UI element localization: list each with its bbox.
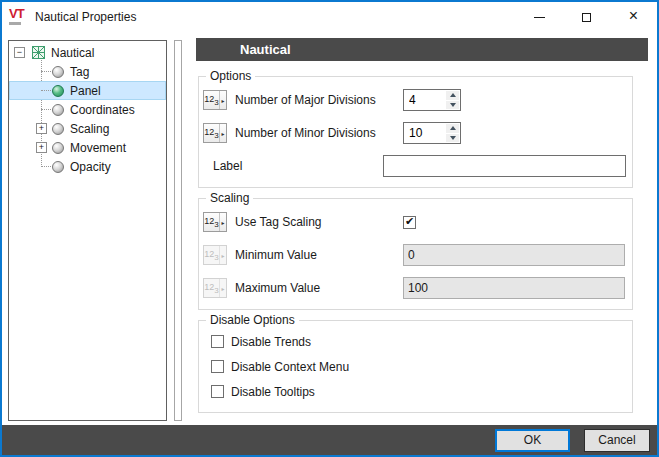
panel-splitter[interactable] [174,40,182,421]
use-tag-scaling-checkbox[interactable]: ✔ [403,216,416,229]
spinner-down-icon [450,103,456,107]
cancel-button[interactable]: Cancel [584,429,650,452]
scaling-group-title: Scaling [206,191,253,205]
expand-icon[interactable]: + [36,142,47,153]
nautical-properties-dialog: VT Nautical Properties × − Nautical [0,0,659,457]
disable-trends-checkbox[interactable] [211,335,224,348]
numeric-icon: 123 [204,279,219,297]
movement-node-icon [52,142,64,154]
maximum-value-label: Maximum Value [235,281,403,295]
maximum-value-row: 123 ▸ Maximum Value [203,277,626,299]
spinner-up-button[interactable] [446,124,459,133]
window-title: Nautical Properties [35,10,136,24]
tree-item-label: Nautical [51,46,94,60]
options-group: Options 123 ▸ Number of Major Divisions [198,76,633,188]
property-content: Nautical Options 123 ▸ Number of Major D… [196,38,648,413]
tree-item-nautical[interactable]: − Nautical [9,43,166,62]
disable-context-menu-row: Disable Context Menu [211,358,626,375]
numeric-icon: 123 [204,246,219,264]
minimize-button[interactable] [516,2,563,32]
dropdown-arrow-icon[interactable]: ▸ [219,213,226,231]
tree-item-panel[interactable]: Panel [9,81,166,100]
titlebar: VT Nautical Properties × [2,2,657,32]
spinner-buttons [445,90,460,110]
minor-divisions-row: 123 ▸ Number of Minor Divisions [203,122,626,144]
tree-item-label: Panel [70,84,101,98]
dropdown-arrow-icon[interactable]: ▸ [219,124,226,142]
spinner-down-button[interactable] [446,134,459,143]
scaling-node-icon [52,123,64,135]
scaling-group: Scaling 123 ▸ Use Tag Scaling ✔ 123 ▸ Mi… [198,198,633,310]
tree-item-label: Tag [70,65,89,79]
tree-item-tag[interactable]: Tag [9,62,166,81]
tree-item-scaling[interactable]: + Scaling [9,119,166,138]
disable-tooltips-row: Disable Tooltips [211,383,626,400]
dropdown-arrow-icon: ▸ [219,279,226,297]
spinner-buttons [445,123,460,143]
options-group-title: Options [206,69,255,83]
spinner-up-icon [450,93,456,97]
app-logo-icon: VT [9,8,29,26]
numeric-icon: 123 [204,91,219,109]
tag-node-icon [52,66,64,78]
label-field-label: Label [213,159,383,173]
dropdown-arrow-icon: ▸ [219,246,226,264]
numeric-icon: 123 [204,124,219,142]
tree-item-opacity[interactable]: Opacity [9,157,166,176]
use-tag-scaling-expression-button[interactable]: 123 ▸ [203,212,227,232]
collapse-icon[interactable]: − [14,47,25,58]
use-tag-scaling-row: 123 ▸ Use Tag Scaling ✔ [203,211,626,233]
minor-divisions-input[interactable] [404,123,445,143]
disable-trends-row: Disable Trends [211,333,626,350]
close-icon: × [629,8,638,24]
app-logo-underline [9,22,21,25]
disable-options-group: Disable Options Disable Trends Disable C… [198,320,633,413]
app-logo-text: VT [9,6,24,21]
tree-item-label: Coordinates [70,103,135,117]
tree-item-label: Scaling [70,122,109,136]
disable-tooltips-checkbox[interactable] [211,385,224,398]
maximize-icon [582,13,591,22]
tree-item-label: Opacity [70,160,111,174]
minimum-value-row: 123 ▸ Minimum Value [203,244,626,266]
coordinates-node-icon [52,104,64,116]
disable-context-menu-checkbox[interactable] [211,360,224,373]
caption-buttons: × [516,2,657,32]
minor-divisions-spinner [403,122,461,144]
spinner-down-icon [450,136,456,140]
label-row: Label [203,155,626,177]
minor-divisions-label: Number of Minor Divisions [235,126,403,140]
minimize-icon [534,17,545,18]
minimum-value-label: Minimum Value [235,248,403,262]
use-tag-scaling-label: Use Tag Scaling [235,215,403,229]
numeric-icon: 123 [204,213,219,231]
maximum-value-expression-button: 123 ▸ [203,278,227,298]
disable-context-menu-label: Disable Context Menu [231,360,349,374]
dropdown-arrow-icon[interactable]: ▸ [219,91,226,109]
maximum-value-input [403,277,625,299]
major-divisions-row: 123 ▸ Number of Major Divisions [203,89,626,111]
minimum-value-input [403,244,625,266]
disable-tooltips-label: Disable Tooltips [231,385,315,399]
tree-item-label: Movement [70,141,126,155]
checkmark-icon: ✔ [405,216,414,227]
disable-options-group-title: Disable Options [206,313,299,327]
maximize-button[interactable] [563,2,610,32]
panel-node-icon [52,85,64,97]
minor-divisions-expression-button[interactable]: 123 ▸ [203,123,227,143]
major-divisions-expression-button[interactable]: 123 ▸ [203,90,227,110]
page-title: Nautical [196,38,648,61]
property-tree: − Nautical Tag Panel Coordinates + Scali… [8,40,167,421]
dialog-footer: OK Cancel [2,425,657,455]
major-divisions-input[interactable] [404,90,445,110]
spinner-down-button[interactable] [446,101,459,110]
expand-icon[interactable]: + [36,123,47,134]
spinner-up-button[interactable] [446,91,459,100]
opacity-node-icon [52,161,64,173]
tree-item-movement[interactable]: + Movement [9,138,166,157]
spinner-up-icon [450,126,456,130]
label-input[interactable] [383,155,626,177]
ok-button[interactable]: OK [495,429,570,452]
tree-item-coordinates[interactable]: Coordinates [9,100,166,119]
close-button[interactable]: × [610,2,657,32]
